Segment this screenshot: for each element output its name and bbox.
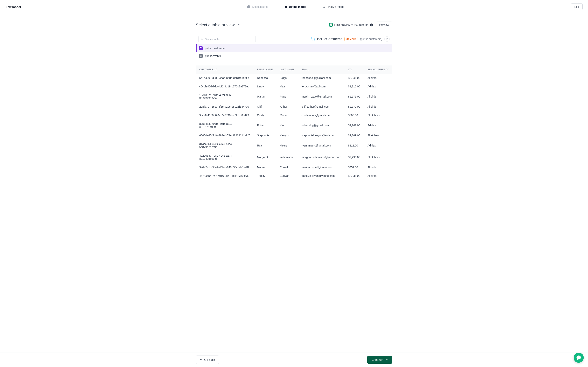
table-cell: Allbirds bbox=[364, 102, 392, 111]
table-cell: Sketchers bbox=[364, 131, 392, 140]
table-cell: Rebecca bbox=[254, 74, 276, 82]
table-cell: Allbirds bbox=[364, 172, 392, 180]
table-cell: robertklug@gmail.com bbox=[298, 119, 345, 131]
table-cell: martin_page@gmail.com bbox=[298, 91, 345, 102]
table-icon bbox=[199, 46, 203, 50]
table-cell: Cliff bbox=[254, 102, 276, 111]
table-cell: Adidas bbox=[364, 140, 392, 151]
svg-rect-5 bbox=[200, 48, 202, 48]
table-item-label: public.events bbox=[205, 54, 221, 58]
table-cell: Allbirds bbox=[364, 74, 392, 82]
exit-button[interactable]: Exit bbox=[571, 3, 583, 10]
select-table-label: Select a table or view bbox=[196, 23, 235, 27]
table-cell: Mair bbox=[276, 82, 298, 91]
sample-badge: SAMPLE bbox=[344, 37, 358, 41]
table-cell: 9dcf4743-37f6-44b5-9740-b43fe1b84429 bbox=[196, 111, 254, 119]
step-label: Finalize model bbox=[327, 5, 344, 8]
table-cell: 60650ad5-5df6-483e-b72e-98233211fdd7 bbox=[196, 131, 254, 140]
table-row: 5b1b4308-d880-4aae-b68e-dab1fa1d6f8fRebe… bbox=[196, 74, 392, 82]
table-cell: 3a0a2e1b-54e2-48fe-a846-f34cdde1ad1f bbox=[196, 163, 254, 172]
step-divider bbox=[310, 7, 319, 7]
table-cell: Klug bbox=[276, 119, 298, 131]
table-cell: Myers bbox=[276, 140, 298, 151]
table-cell: $1,812.00 bbox=[345, 82, 364, 91]
table-cell: Morin bbox=[276, 111, 298, 119]
check-circle-icon: ✓ bbox=[247, 5, 250, 8]
table-cell: Ryan bbox=[254, 140, 276, 151]
search-icon bbox=[201, 37, 203, 41]
table-cell: Sullivan bbox=[276, 172, 298, 180]
table-cell: $2,341.00 bbox=[345, 74, 364, 82]
info-icon[interactable]: i bbox=[370, 24, 373, 26]
svg-rect-9 bbox=[200, 57, 202, 57]
step-select-source: ✓ Select source bbox=[247, 5, 268, 8]
table-row: 22fdd797-16c0-4f55-a296-b8023f534770Clif… bbox=[196, 102, 392, 111]
table-cell: $2,293.00 bbox=[345, 151, 364, 163]
column-header: LAST_NAME bbox=[276, 66, 298, 74]
step-divider bbox=[272, 7, 281, 7]
table-icon bbox=[199, 54, 203, 58]
table-cell: $451.00 bbox=[345, 163, 364, 172]
refresh-button[interactable] bbox=[384, 36, 390, 42]
table-cell: Sketchers bbox=[364, 111, 392, 119]
table-cell: Kenyon bbox=[276, 131, 298, 140]
table-cell: Stephanie bbox=[254, 131, 276, 140]
table-cell: $800.00 bbox=[345, 111, 364, 119]
table-cell: rebecca.biggs@aol.com bbox=[298, 74, 345, 82]
table-cell: Williamson bbox=[276, 151, 298, 163]
table-row: 314cc661-3904-4145-bcdc-5e879c7b7b9eRyan… bbox=[196, 140, 392, 151]
table-cell: Tracey bbox=[254, 172, 276, 180]
svg-point-2 bbox=[312, 41, 312, 41]
table-cell: tracey.sullivan@yahoo.com bbox=[298, 172, 345, 180]
table-row: 16e1307b-713b-4924-9365-f253a3b235baMart… bbox=[196, 91, 392, 102]
table-cell: 5b1b4308-d880-4aae-b68e-dab1fa1d6f8f bbox=[196, 74, 254, 82]
tables-panel: B2C eCommerce SAMPLE (public.customers) … bbox=[196, 33, 392, 60]
table-cell: marina.correll@gmail.com bbox=[298, 163, 345, 172]
table-cell: Marina bbox=[254, 163, 276, 172]
source-table-name: (public.customers) bbox=[360, 37, 382, 41]
table-cell: 16e1307b-713b-4924-9365-f253a3b235ba bbox=[196, 91, 254, 102]
table-cell: ad5b4882-64a6-46d6-a81d-c0721e140099 bbox=[196, 119, 254, 131]
dot-icon bbox=[285, 6, 287, 8]
table-cell: Margaret bbox=[254, 151, 276, 163]
table-row: c64cfe40-b7db-4bf2-9d19-1270c7a377ebLero… bbox=[196, 82, 392, 91]
step-define-model: Define model bbox=[285, 5, 306, 8]
select-table-dropdown[interactable]: Select a table or view bbox=[196, 23, 240, 27]
table-cell: $111.00 bbox=[345, 140, 364, 151]
table-cell: $2,772.00 bbox=[345, 102, 364, 111]
table-cell: Martin bbox=[254, 91, 276, 102]
table-cell: Page bbox=[276, 91, 298, 102]
table-row: 4e22068b-7c8e-4b45-a274-8010425591fdMarg… bbox=[196, 151, 392, 163]
column-header: LTV bbox=[345, 66, 364, 74]
svg-line-1 bbox=[203, 39, 203, 40]
table-cell: Leroy bbox=[254, 82, 276, 91]
table-row: 3a0a2e1b-54e2-48fe-a846-f34cdde1ad1fMari… bbox=[196, 163, 392, 172]
table-row: 9dcf4743-37f6-44b5-9740-b43fe1b84429Cind… bbox=[196, 111, 392, 119]
limit-preview-label: Limit preview to 100 records bbox=[334, 23, 368, 26]
search-input[interactable] bbox=[205, 38, 253, 41]
table-item[interactable]: public.events bbox=[196, 52, 392, 60]
table-item-label: public.customers bbox=[205, 47, 225, 50]
circle-icon bbox=[323, 6, 325, 8]
table-cell: $1,762.00 bbox=[345, 119, 364, 131]
svg-rect-8 bbox=[200, 56, 202, 56]
table-cell: Arthur bbox=[276, 102, 298, 111]
page-title: New model bbox=[5, 5, 21, 8]
column-header: CUSTOMER_ID bbox=[196, 66, 254, 74]
table-item[interactable]: public.customers bbox=[196, 44, 392, 52]
table-cell: Allbirds bbox=[364, 91, 392, 102]
limit-preview-checkbox[interactable]: ✓ bbox=[329, 23, 333, 27]
table-row: 60650ad5-5df6-483e-b72e-98233211fdd7Step… bbox=[196, 131, 392, 140]
svg-rect-6 bbox=[200, 49, 202, 49]
table-cell: stephaniekenyon@aol.com bbox=[298, 131, 345, 140]
table-cell: cindy.morin@gmail.com bbox=[298, 111, 345, 119]
search-wrap[interactable] bbox=[198, 36, 256, 42]
table-cell: 22fdd797-16c0-4f55-a296-b8023f534770 bbox=[196, 102, 254, 111]
svg-rect-4 bbox=[200, 47, 202, 48]
table-cell: Sketchers bbox=[364, 151, 392, 163]
table-cell: $2,979.00 bbox=[345, 91, 364, 102]
column-header: EMAIL bbox=[298, 66, 345, 74]
chevron-down-icon bbox=[238, 23, 240, 27]
table-cell: ryan_myers@gmail.com bbox=[298, 140, 345, 151]
preview-button[interactable]: Preview bbox=[376, 22, 392, 28]
